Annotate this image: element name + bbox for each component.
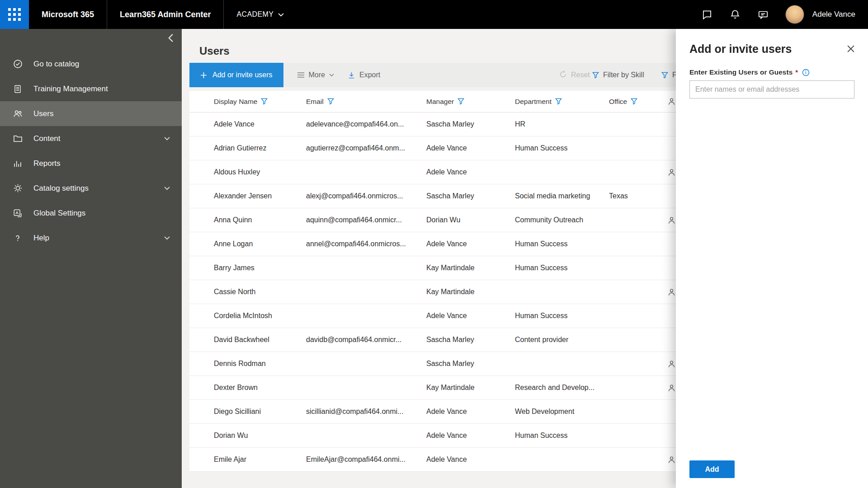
sidebar-item-label: Content <box>33 134 61 143</box>
chevron-left-icon <box>168 33 174 42</box>
chat-icon[interactable] <box>701 9 713 20</box>
sidebar-item-catalog-settings[interactable]: Catalog settings <box>0 176 182 201</box>
cell-display-name: Alexander Jensen <box>214 192 306 200</box>
cell-office: Texas <box>609 192 667 200</box>
gear-icon <box>12 183 24 193</box>
svg-text:A: A <box>15 211 19 215</box>
sidebar-item-go-to-catalog[interactable]: Go to catalog <box>0 52 182 76</box>
cell-display-name: Anna Quinn <box>214 216 306 224</box>
sidebar-item-reports[interactable]: Reports <box>0 151 182 176</box>
cell-department: Human Success <box>515 264 609 272</box>
info-icon[interactable] <box>802 69 810 76</box>
app-title[interactable]: Learn365 Admin Center <box>107 10 223 19</box>
cell-manager: Adele Vance <box>426 168 515 176</box>
topbar: Microsoft 365 Learn365 Admin Center ACAD… <box>0 0 868 29</box>
required-marker: * <box>795 68 798 76</box>
users-input[interactable] <box>689 80 854 99</box>
filter-icon[interactable] <box>261 98 268 105</box>
more-button[interactable]: More <box>297 71 334 79</box>
cell-display-name: Anne Logan <box>214 240 306 248</box>
brand-title[interactable]: Microsoft 365 <box>29 10 107 19</box>
cell-email: sicillianid@compafi464.onmi... <box>306 408 426 416</box>
cell-department: Human Success <box>515 432 609 440</box>
sidebar-item-label: Go to catalog <box>33 60 79 69</box>
export-button[interactable]: Export <box>348 71 380 79</box>
cell-manager: Adele Vance <box>426 240 515 248</box>
filter-partial-button[interactable]: F <box>661 63 677 87</box>
cell-manager: Kay Martindale <box>426 288 515 296</box>
column-header-email: Email <box>306 98 426 106</box>
feedback-icon[interactable] <box>757 9 769 20</box>
sidebar-item-label: Catalog settings <box>33 184 89 193</box>
cell-email: adelevance@compafi464.on... <box>306 120 426 128</box>
sidebar-item-label: Reports <box>33 159 61 168</box>
download-icon <box>348 71 355 79</box>
close-icon <box>847 45 854 52</box>
cell-email: annel@compafi464.onmicros... <box>306 240 426 248</box>
cell-manager: Adele Vance <box>426 312 515 320</box>
app-launcher-button[interactable] <box>0 0 29 29</box>
user-name[interactable]: Adele Vance <box>812 10 855 19</box>
cell-display-name: Cassie North <box>214 288 306 296</box>
reset-button[interactable]: Reset <box>559 63 590 87</box>
cell-email: alexj@compafi464.onmicros... <box>306 192 426 200</box>
sidebar: Go to catalogTraining ManagementUsersCon… <box>0 29 182 488</box>
cell-manager: Sascha Marley <box>426 336 515 344</box>
cell-display-name: Diego Sicilliani <box>214 408 306 416</box>
sidebar-item-training-management[interactable]: Training Management <box>0 76 182 101</box>
filter-icon[interactable] <box>555 98 562 105</box>
cell-display-name: Dennis Rodman <box>214 360 306 368</box>
sidebar-item-help[interactable]: Help <box>0 225 182 250</box>
sidebar-item-label: Training Management <box>33 84 108 94</box>
chevron-down-icon <box>329 73 334 77</box>
topbar-actions: Adele Vance <box>701 5 868 24</box>
avatar[interactable] <box>785 5 804 24</box>
bell-icon[interactable] <box>729 9 741 20</box>
cell-department: Human Success <box>515 312 609 320</box>
cell-display-name: Adrian Gutierrez <box>214 144 306 152</box>
cell-display-name: Dexter Brown <box>214 384 306 392</box>
filter-icon[interactable] <box>458 98 464 105</box>
question-icon <box>12 233 24 243</box>
cell-department: Content provider <box>515 336 609 344</box>
chevron-down-icon <box>164 186 170 190</box>
translate-icon: A <box>12 208 24 218</box>
add-or-invite-users-button[interactable]: Add or invite users <box>189 63 283 87</box>
cell-display-name: Emile Ajar <box>214 455 306 464</box>
sidebar-item-label: Help <box>33 234 49 243</box>
collapse-sidebar-button[interactable] <box>168 33 174 42</box>
cell-department: Research and Develop... <box>515 384 609 392</box>
field-label: Enter Existing Users or Guests * <box>689 68 854 76</box>
panel-title: Add or invite users <box>689 42 792 56</box>
column-header-department: Department <box>515 98 609 106</box>
person-icon <box>667 97 676 106</box>
cell-manager: Adele Vance <box>426 455 515 464</box>
cell-display-name: Barry James <box>214 264 306 272</box>
cell-email: davidb@compafi464.onmicr... <box>306 336 426 344</box>
cell-display-name: Adele Vance <box>214 120 306 128</box>
tenant-label: ACADEMY <box>236 10 274 19</box>
cell-department: Community Outreach <box>515 216 609 224</box>
people-icon <box>12 108 24 119</box>
cell-manager: Kay Martindale <box>426 384 515 392</box>
chevron-down-icon <box>164 236 170 240</box>
add-invite-users-panel: Add or invite users Enter Existing Users… <box>676 29 868 488</box>
filter-by-skill-button[interactable]: Filter by Skill <box>592 63 644 87</box>
add-button[interactable]: Add <box>689 460 735 478</box>
check-circle-icon <box>12 59 24 69</box>
filter-icon[interactable] <box>327 98 334 105</box>
filter-icon[interactable] <box>631 98 637 105</box>
cell-department: Human Success <box>515 240 609 248</box>
cell-manager: Adele Vance <box>426 408 515 416</box>
sidebar-item-content[interactable]: Content <box>0 126 182 151</box>
tenant-selector[interactable]: ACADEMY <box>224 10 297 19</box>
cell-manager: Sascha Marley <box>426 192 515 200</box>
close-panel-button[interactable] <box>847 45 854 52</box>
cell-department: Human Success <box>515 144 609 152</box>
cell-manager: Sascha Marley <box>426 360 515 368</box>
sidebar-item-global-settings[interactable]: AGlobal Settings <box>0 201 182 225</box>
cell-display-name: Aldous Huxley <box>214 168 306 176</box>
sidebar-item-users[interactable]: Users <box>0 101 182 126</box>
chevron-down-icon <box>278 13 284 17</box>
column-header-display-name: Display Name <box>214 98 306 106</box>
